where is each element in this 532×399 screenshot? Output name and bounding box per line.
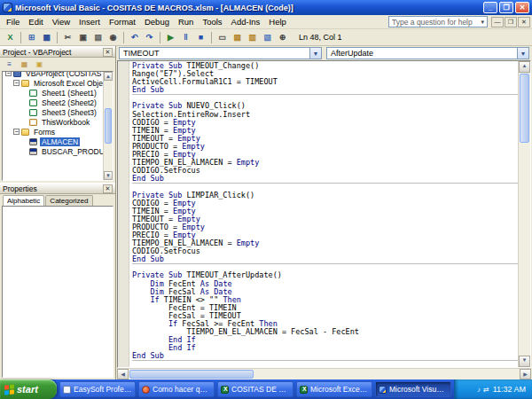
- paste-icon[interactable]: ▤: [90, 30, 106, 44]
- menu-debug[interactable]: Debug: [140, 16, 174, 27]
- scroll-up-icon[interactable]: ▲: [519, 61, 530, 73]
- scrollbar-track[interactable]: [254, 369, 520, 379]
- menu-edit[interactable]: Edit: [24, 16, 47, 27]
- menu-add-ins[interactable]: Add-Ins: [227, 16, 265, 27]
- project-explorer-icon[interactable]: ▤: [230, 30, 245, 44]
- properties-window-icon[interactable]: ▥: [245, 30, 260, 44]
- tree-item-label: Sheet3 (Sheet3): [40, 108, 98, 117]
- view-object-icon[interactable]: ▦: [18, 59, 31, 70]
- code-editor[interactable]: Private Sub TIMEOUT_Change()Range("E7").…: [117, 60, 531, 368]
- horizontal-scrollbar[interactable]: ◀ ▶: [117, 368, 531, 379]
- scrollbar-thumb[interactable]: [105, 108, 112, 144]
- project-tree-scrollbar[interactable]: ▲ ▼: [103, 72, 113, 180]
- tree-expander-icon[interactable]: −: [13, 129, 20, 135]
- project-panel-header: Project - VBAProject ✕: [0, 46, 115, 58]
- tree-item-label: Sheet2 (Sheet2): [40, 98, 98, 107]
- tree-item-forms[interactable]: −Forms: [3, 127, 103, 137]
- chevron-down-icon: ▾: [481, 19, 484, 26]
- scroll-down-icon[interactable]: ▼: [104, 171, 113, 180]
- tree-expander-icon[interactable]: −: [13, 80, 20, 86]
- tree-expander-icon[interactable]: −: [5, 71, 12, 76]
- scrollbar-thumb[interactable]: [129, 370, 254, 379]
- chevron-down-icon[interactable]: ▼: [517, 48, 528, 59]
- minimize-button[interactable]: _: [483, 2, 497, 13]
- object-dropdown[interactable]: TIMEOUT ▼: [119, 47, 322, 59]
- tray-icons: ♪⇄: [477, 386, 489, 394]
- menu-view[interactable]: View: [48, 16, 74, 27]
- cut-icon[interactable]: ✂: [60, 30, 75, 44]
- close-button[interactable]: ✕: [515, 2, 529, 13]
- tab-categorized[interactable]: Categorized: [45, 195, 92, 206]
- taskbar-task-microsoft-visual-basic[interactable]: Microsoft Visual Basic -...: [375, 381, 451, 397]
- help-search-input[interactable]: Type a question for help ▾: [388, 16, 488, 27]
- tree-item-sheet3-sheet3[interactable]: Sheet3 (Sheet3): [3, 107, 103, 117]
- network-icon[interactable]: ⇄: [483, 386, 489, 394]
- task-label: EasySoft Professional...: [74, 385, 132, 394]
- scroll-left-icon[interactable]: ◀: [117, 369, 129, 379]
- taskbar-task-microsoft-excel-cos[interactable]: Microsoft Excel - COS...: [296, 381, 372, 397]
- insert-userform-icon[interactable]: ⊞: [24, 30, 39, 44]
- scroll-down-icon[interactable]: ▼: [519, 356, 530, 367]
- tree-expander-icon: [21, 109, 27, 115]
- toolbar-separator: [160, 32, 160, 43]
- code-line: CODIGO.SetFocus: [132, 247, 518, 255]
- toolbox-icon[interactable]: ⊕: [275, 30, 290, 44]
- mdi-restore-button[interactable]: ❐: [505, 17, 517, 27]
- taskbar-task-como-hacer-que-vb-m[interactable]: Como hacer que VB m...: [138, 381, 215, 397]
- mdi-minimize-button[interactable]: —: [491, 17, 504, 27]
- menu-help[interactable]: Help: [264, 16, 291, 27]
- code-lines[interactable]: Private Sub TIMEOUT_Change()Range("E7").…: [129, 61, 518, 367]
- tab-alphabetic[interactable]: Alphabetic: [3, 195, 44, 206]
- tree-item-sheet2-sheet2[interactable]: Sheet2 (Sheet2): [3, 98, 103, 107]
- tree-item-sheet1-sheet1[interactable]: Sheet1 (Sheet1): [3, 88, 103, 98]
- scroll-right-icon[interactable]: ▶: [520, 369, 531, 379]
- menu-tools[interactable]: Tools: [198, 16, 226, 27]
- design-mode-icon[interactable]: ▭: [215, 30, 230, 44]
- chevron-down-icon[interactable]: ▼: [309, 48, 321, 59]
- reset-icon[interactable]: ■: [193, 30, 208, 44]
- menu-format[interactable]: Format: [105, 16, 140, 27]
- tree-item-buscar-produc[interactable]: BUSCAR_PRODUC: [3, 146, 103, 156]
- scroll-up-icon[interactable]: ▲: [104, 72, 113, 81]
- scrollbar-thumb[interactable]: [520, 74, 529, 143]
- tree-item-thisworkbook[interactable]: ThisWorkbook: [3, 117, 103, 127]
- taskbar-task-easysoft-professional[interactable]: EasySoft Professional...: [59, 381, 136, 397]
- tree-item-vbaproject-cositas-de-macros-xlsm[interactable]: −VBAProject (COSITAS DE MACROS.xlsm): [3, 71, 103, 78]
- tree-item-microsoft-excel-objects[interactable]: −Microsoft Excel Objects: [3, 78, 103, 88]
- workbook-icon: [29, 119, 37, 126]
- redo-icon[interactable]: ↷: [142, 30, 157, 44]
- find-icon[interactable]: ◉: [106, 30, 121, 44]
- procedure-dropdown[interactable]: AfterUpdate ▼: [326, 47, 529, 59]
- break-icon[interactable]: ‖: [178, 30, 193, 44]
- scrollbar-track[interactable]: [519, 144, 530, 356]
- tree-item-label: Forms: [32, 128, 57, 137]
- view-code-icon[interactable]: ≡: [3, 59, 16, 70]
- properties-panel-close-icon[interactable]: ✕: [103, 184, 113, 193]
- project-panel-close-icon[interactable]: ✕: [103, 48, 113, 57]
- toggle-folders-icon[interactable]: ▣: [33, 59, 46, 70]
- tree-item-almacen[interactable]: ALMACEN: [3, 137, 103, 146]
- procedure-dropdown-value: AfterUpdate: [331, 49, 373, 58]
- volume-icon[interactable]: ♪: [477, 386, 481, 394]
- task-label: Microsoft Excel - COS...: [310, 385, 369, 394]
- menu-run[interactable]: Run: [174, 16, 198, 27]
- save-icon[interactable]: ▦: [39, 30, 54, 44]
- standard-toolbar: X⊞▦✂▣▤◉↶↷▶‖■▭▤▥▧⊕ Ln 48, Col 1: [0, 29, 532, 46]
- cursor-position-label: Ln 48, Col 1: [299, 33, 342, 42]
- maximize-button[interactable]: ❐: [499, 2, 513, 13]
- excel-icon: [300, 386, 308, 394]
- copy-icon[interactable]: ▣: [75, 30, 90, 44]
- tree-expander-icon: [21, 99, 27, 106]
- taskbar-task-cositas-de-macro[interactable]: COSITAS DE MACRO...: [217, 381, 293, 397]
- vertical-scrollbar[interactable]: ▲ ▼: [518, 61, 530, 367]
- mdi-close-button[interactable]: ✕: [518, 17, 530, 27]
- start-button[interactable]: start: [0, 379, 57, 399]
- object-browser-icon[interactable]: ▧: [260, 30, 275, 44]
- vb-app-icon: [3, 3, 12, 12]
- menu-insert[interactable]: Insert: [74, 16, 105, 27]
- toolbar-separator: [211, 32, 212, 43]
- menu-file[interactable]: File: [2, 16, 24, 27]
- undo-icon[interactable]: ↶: [127, 30, 142, 44]
- view-excel-icon[interactable]: X: [3, 30, 18, 44]
- run-icon[interactable]: ▶: [163, 30, 178, 44]
